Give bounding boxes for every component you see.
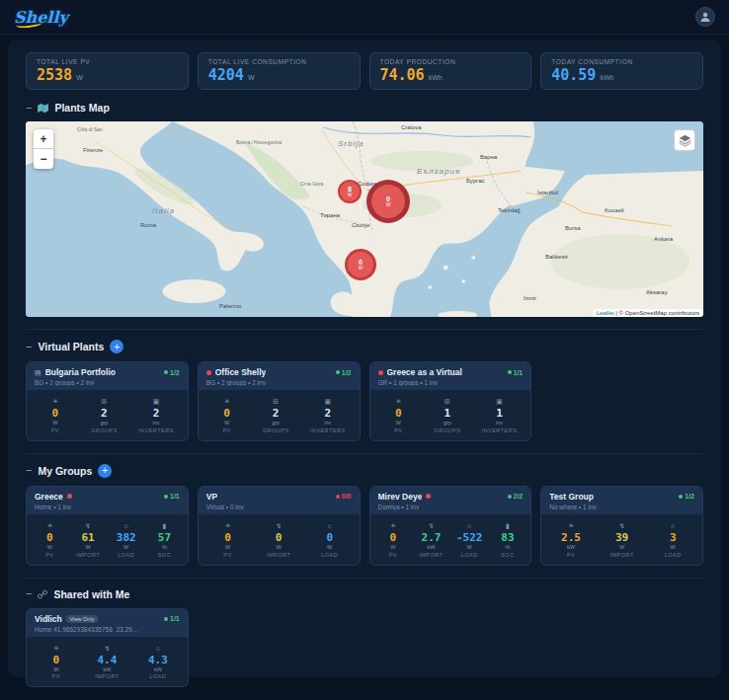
group-card-greece[interactable]: Greece 1/1 Home • 1 inv ☀0WPV ↯61WIMPORT… xyxy=(26,486,189,566)
map-marker[interactable]: 0 W xyxy=(345,249,376,280)
portfolio-icon: ▤ xyxy=(35,369,41,376)
my-groups-row: Greece 1/1 Home • 1 inv ☀0WPV ↯61WIMPORT… xyxy=(26,486,703,566)
map-attribution: Leaflet | © OpenStreetMap contributors xyxy=(593,309,703,317)
group-card-mirev-deye[interactable]: Mirev Deye 2/2 Domiya • 1 inv ☀0WPV ↯2.7… xyxy=(369,486,532,566)
group-card-vp[interactable]: VP 0/0 Virtual • 0 inv ☀0WPV ↯0WIMPORT ⌂… xyxy=(198,486,361,566)
stat-inverters: ▣2invINVERTERS xyxy=(310,398,346,433)
leaflet-link[interactable]: Leaflet xyxy=(597,310,614,316)
stat-card-total-live-consumption: TOTAL LIVE CONSUMPTION 4204W xyxy=(198,52,361,90)
collapse-toggle[interactable]: − xyxy=(26,342,32,352)
collapse-toggle[interactable]: − xyxy=(26,588,32,599)
status-badge: 1/2 xyxy=(679,493,694,500)
map-marker-cluster[interactable]: 0 W xyxy=(366,180,410,223)
stat-pv: ☀0WPV xyxy=(213,522,243,558)
map-zoom-control: + − xyxy=(34,129,53,169)
stat-label: TOTAL LIVE PV xyxy=(37,58,178,65)
stats-row: TOTAL LIVE PV 2538W TOTAL LIVE CONSUMPTI… xyxy=(26,52,703,90)
my-groups-section: − My Groups + Greece 1/1 Home • 1 inv ☀0… xyxy=(26,453,703,566)
app-logo[interactable]: Shelly xyxy=(14,8,68,27)
load-icon: ⌂ xyxy=(658,522,688,529)
stat-pv: ☀0WPV xyxy=(41,645,71,680)
virtual-plant-card-office-shelly[interactable]: Office Shelly 1/2 BG • 2 groups • 2 inv … xyxy=(198,361,361,441)
status-dot-icon xyxy=(378,370,383,375)
load-icon: ⌂ xyxy=(454,522,484,529)
shared-card-vidlich[interactable]: Vidlich View Only 1/1 Home 41.9862938433… xyxy=(26,608,189,688)
bolt-icon: ↯ xyxy=(73,522,103,529)
sun-icon: ☀ xyxy=(41,645,71,652)
add-virtual-plant-button[interactable]: + xyxy=(110,340,123,353)
stat-value: 4204 xyxy=(208,68,244,83)
stat-value: 74.06 xyxy=(380,68,425,83)
shared-subtitle: Home 41.98629384335758_23.29... xyxy=(35,626,180,633)
plant-subtitle: BG • 2 groups • 2 inv xyxy=(206,379,352,386)
load-icon: ⌂ xyxy=(112,522,141,529)
group-card-test-group[interactable]: Test Group 1/2 No where • 1 inv ☀2.5kWPV… xyxy=(540,486,703,566)
status-dot-icon xyxy=(164,617,168,621)
stat-load: ⌂-522WLOAD xyxy=(454,522,484,558)
status-badge: 1/2 xyxy=(336,369,352,376)
stat-pv: ☀0WPV xyxy=(212,398,242,433)
add-group-button[interactable]: + xyxy=(98,464,112,478)
stat-groups: ⊞1grpGROUPS xyxy=(433,398,462,433)
user-avatar-button[interactable] xyxy=(695,7,715,27)
plants-map-section: − Plants Map xyxy=(26,102,703,317)
app-logo-text: Shelly xyxy=(14,8,68,27)
virtual-plants-header: − Virtual Plants + xyxy=(26,340,703,353)
virtual-plant-card-bulgaria-portfolio[interactable]: ▤ Bulgaria Portfolio 1/2 BG • 2 groups •… xyxy=(26,361,189,441)
groups-icon: ⊞ xyxy=(433,398,462,405)
sun-icon: ☀ xyxy=(383,398,413,405)
collapse-toggle[interactable]: − xyxy=(26,103,32,114)
shared-with-me-header: − Shared with Me xyxy=(26,588,703,600)
layers-icon xyxy=(679,134,691,147)
status-dot-icon xyxy=(164,495,168,499)
status-dot-icon xyxy=(206,370,211,375)
stat-value: 2538 xyxy=(37,68,72,83)
stat-load: ⌂4.3kWLOAD xyxy=(143,645,173,680)
stat-pv: ☀0WPV xyxy=(40,398,70,433)
stat-inverters: ▣1invINVERTERS xyxy=(482,398,518,433)
shared-row: Vidlich View Only 1/1 Home 41.9862938433… xyxy=(26,608,703,688)
collapse-toggle[interactable]: − xyxy=(26,465,32,476)
status-badge: 1/1 xyxy=(508,369,524,376)
stat-card-today-consumption: TODAY CONSUMPTION 40.59kWh xyxy=(540,52,703,90)
view-only-badge: View Only xyxy=(66,615,99,623)
map-marker[interactable]: 8 W xyxy=(338,180,362,203)
status-dot-icon xyxy=(508,370,512,374)
stat-card-today-production: TODAY PRODUCTION 74.06kWh xyxy=(369,52,532,90)
zoom-in-button[interactable]: + xyxy=(34,129,53,149)
plant-name: Bulgaria Portfolio xyxy=(45,367,116,377)
stat-pv: ☀0WPV xyxy=(378,522,408,558)
status-badge: 1/2 xyxy=(164,369,180,376)
stat-label: TOTAL LIVE CONSUMPTION xyxy=(208,58,350,65)
status-badge: 1/1 xyxy=(164,493,180,500)
osm-attribution-text: | © OpenStreetMap contributors xyxy=(615,310,699,316)
virtual-plant-card-greece-as-a-virtual[interactable]: Greece as a Virtual 1/1 GR • 1 groups • … xyxy=(369,361,532,441)
load-icon: ⌂ xyxy=(315,522,345,529)
group-subtitle: Domiya • 1 inv xyxy=(378,504,524,510)
plants-map[interactable]: Città di San Firenze Italia Roma Palermo… xyxy=(26,121,703,317)
plant-name: Greece as a Virtual xyxy=(387,367,462,377)
dashboard-panel: TOTAL LIVE PV 2538W TOTAL LIVE CONSUMPTI… xyxy=(8,40,721,677)
inverter-icon: ▣ xyxy=(310,398,346,405)
stat-card-total-live-pv: TOTAL LIVE PV 2538W xyxy=(26,52,189,90)
stat-groups: ⊞2grpGROUPS xyxy=(261,398,290,433)
load-icon: ⌂ xyxy=(143,645,173,652)
section-title: Shared with Me xyxy=(53,588,129,600)
status-dot-icon xyxy=(679,495,683,499)
bolt-icon: ↯ xyxy=(92,645,122,652)
section-title: Virtual Plants xyxy=(38,341,104,352)
stat-value: 40.59 xyxy=(551,68,596,83)
sun-icon: ☀ xyxy=(40,398,70,405)
status-badge: 1/1 xyxy=(164,615,180,622)
marker-unit: W xyxy=(359,266,364,271)
layers-control[interactable] xyxy=(674,129,695,151)
zoom-out-button[interactable]: − xyxy=(34,149,53,169)
stat-load: ⌂382WLOAD xyxy=(112,522,141,558)
plant-name: Office Shelly xyxy=(215,367,267,377)
stat-pv: ☀0WPV xyxy=(383,398,413,433)
bolt-icon: ↯ xyxy=(417,522,446,529)
stat-inverters: ▣2invINVERTERS xyxy=(138,398,174,433)
group-name: VP xyxy=(206,492,217,502)
inverter-icon: ▣ xyxy=(138,398,174,405)
stat-load: ⌂3WLOAD xyxy=(658,522,688,558)
